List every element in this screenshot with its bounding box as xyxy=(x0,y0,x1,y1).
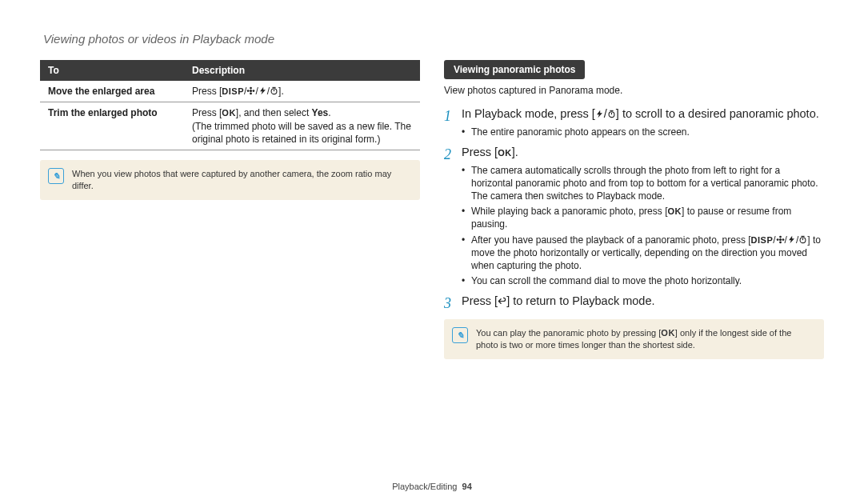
flash-icon xyxy=(787,235,796,244)
subsection-heading: Viewing panoramic photos xyxy=(444,60,585,79)
text: You can play the panoramic photo by pres… xyxy=(476,328,661,338)
list-item: After you have paused the playback of a … xyxy=(462,234,824,273)
th-description: Description xyxy=(184,60,420,81)
text: In Playback mode, press [ xyxy=(462,107,595,120)
text: Press [ xyxy=(192,86,222,97)
manual-page: Viewing photos or videos in Playback mod… xyxy=(0,0,864,504)
ok-button-label: OK xyxy=(222,108,236,118)
row-desc: Press [DISP///]. xyxy=(184,81,420,102)
two-column-layout: To Description Move the enlarged area Pr… xyxy=(40,60,824,359)
note-icon: ✎ xyxy=(48,168,64,184)
table-row: Trim the enlarged photo Press [OK], and … xyxy=(40,102,420,150)
note-icon: ✎ xyxy=(452,327,468,343)
timer-icon xyxy=(798,235,807,244)
text: ], and then select xyxy=(236,107,312,118)
text: (The trimmed photo will be saved as a ne… xyxy=(192,121,411,145)
note-box: ✎ You can play the panoramic photo by pr… xyxy=(444,319,824,359)
sub-list: The camera automatically scrolls through… xyxy=(462,164,824,288)
text: ]. xyxy=(278,86,284,97)
return-icon xyxy=(498,297,506,306)
list-item: While playing back a panoramic photo, pr… xyxy=(462,205,824,230)
list-item: The entire panoramic photo appears on th… xyxy=(462,126,824,138)
th-to: To xyxy=(40,60,184,81)
left-column: To Description Move the enlarged area Pr… xyxy=(40,60,420,359)
note-box: ✎ When you view photos that were capture… xyxy=(40,160,420,200)
flower-icon xyxy=(776,235,785,244)
table-row: Move the enlarged area Press [DISP///]. xyxy=(40,81,420,102)
list-item: You can scroll the command dial to move … xyxy=(462,274,824,287)
flash-icon xyxy=(258,86,267,95)
text: Press [ xyxy=(192,107,222,118)
step-2: Press [OK]. The camera automatically scr… xyxy=(444,145,824,287)
disp-button-label: DISP xyxy=(751,235,774,245)
sub-list: The entire panoramic photo appears on th… xyxy=(462,126,824,138)
step-1: In Playback mode, press [/] to scroll to… xyxy=(444,106,824,138)
timer-icon xyxy=(270,86,278,95)
disp-button-label: DISP xyxy=(222,86,244,96)
section-title: Viewing photos or videos in Playback mod… xyxy=(43,32,824,46)
ok-button-label: OK xyxy=(661,328,675,338)
step-3: Press [] to return to Playback mode. xyxy=(444,294,824,310)
text-bold: Yes xyxy=(312,107,329,118)
flash-icon xyxy=(595,110,604,118)
page-footer: Playback/Editing 94 xyxy=(0,482,864,491)
text: After you have paused the playback of a … xyxy=(471,234,751,246)
row-label: Move the enlarged area xyxy=(40,81,184,102)
footer-section: Playback/Editing xyxy=(392,482,457,491)
flower-icon xyxy=(246,86,255,95)
steps-list: In Playback mode, press [/] to scroll to… xyxy=(444,106,824,310)
timer-icon xyxy=(607,110,616,118)
note-text: When you view photos that were captured … xyxy=(72,169,391,190)
text: ]. xyxy=(512,146,518,158)
ok-button-label: OK xyxy=(667,206,682,216)
footer-page-number: 94 xyxy=(462,482,472,491)
text: While playing back a panoramic photo, pr… xyxy=(471,206,667,217)
row-label: Trim the enlarged photo xyxy=(40,102,184,150)
text: ] to return to Playback mode. xyxy=(506,294,654,307)
text: ] to scroll to a desired panoramic photo… xyxy=(616,107,819,120)
text: Press [ xyxy=(462,294,498,307)
action-table: To Description Move the enlarged area Pr… xyxy=(40,60,420,150)
row-desc: Press [OK], and then select Yes. (The tr… xyxy=(184,102,420,150)
text: Press [ xyxy=(462,146,498,158)
list-item: The camera automatically scrolls through… xyxy=(462,164,824,203)
right-column: Viewing panoramic photos View photos cap… xyxy=(444,60,824,359)
intro-text: View photos captured in Panorama mode. xyxy=(444,84,824,97)
ok-button-label: OK xyxy=(498,148,512,158)
text: . xyxy=(328,107,330,118)
